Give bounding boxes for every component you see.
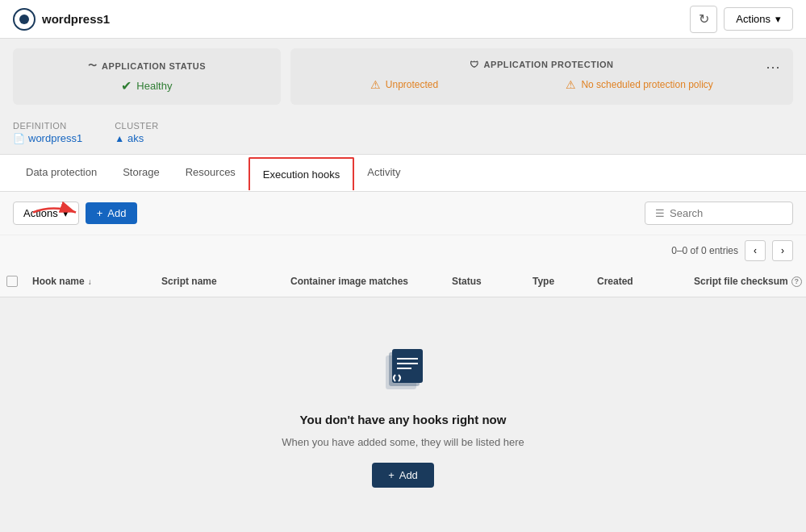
healthy-label: Healthy [136, 80, 172, 92]
definition-icon: 📄 [13, 133, 25, 144]
definition-value[interactable]: wordpress1 [28, 132, 82, 144]
empty-title: You don't have any hooks right now [300, 413, 507, 426]
cluster-meta: Cluster ▲ aks [115, 121, 158, 144]
healthy-badge: ✔ Healthy [121, 78, 172, 94]
search-box: ☰ [645, 202, 793, 225]
table-header: Hook name ↓ Script name Container image … [0, 266, 806, 297]
toolbar: Actions ▾ + Add ☰ [0, 192, 806, 235]
empty-add-label: Add [399, 469, 418, 481]
definition-label: Definition [13, 121, 82, 131]
top-actions-label: Actions [736, 13, 771, 25]
tab-storage[interactable]: Storage [110, 155, 173, 191]
definition-value-container: 📄 wordpress1 [13, 132, 82, 144]
protection-items: ⚠ Unprotected ⚠ No scheduled protection … [307, 78, 777, 91]
refresh-button[interactable]: ↻ [690, 6, 717, 33]
next-page-button[interactable]: › [772, 240, 793, 261]
definition-meta: Definition 📄 wordpress1 [13, 121, 82, 144]
empty-icon [379, 346, 428, 403]
app-title: wordpress1 [42, 12, 110, 26]
unprotected-item: ⚠ Unprotected [370, 78, 438, 91]
top-bar: wordpress1 ↻ Actions ▾ [0, 0, 806, 39]
empty-state: You don't have any hooks right now When … [0, 297, 806, 532]
add-button[interactable]: + Add [86, 202, 138, 224]
arrow-indicator [29, 200, 81, 227]
toolbar-left: Actions ▾ + Add [13, 202, 137, 225]
tab-execution-hooks[interactable]: Execution hooks [248, 157, 354, 190]
svg-point-1 [19, 15, 29, 24]
col-hook-name[interactable]: Hook name ↓ [26, 272, 155, 290]
cluster-label: Cluster [115, 121, 158, 131]
tab-resources[interactable]: Resources [173, 155, 248, 191]
meta-row: Definition 📄 wordpress1 Cluster ▲ aks [0, 114, 806, 155]
app-logo-icon [13, 8, 35, 31]
col-hook-name-label: Hook name [32, 276, 85, 287]
more-options-button[interactable]: ⋯ [761, 56, 785, 77]
tabs-row: Data protection Storage Resources Execut… [0, 155, 806, 192]
col-script-name-label: Script name [161, 276, 217, 287]
warning-icon: ⚠ [370, 78, 381, 91]
empty-add-button[interactable]: + Add [372, 463, 434, 488]
warning-icon-2: ⚠ [566, 78, 576, 91]
empty-subtitle: When you have added some, they will be l… [282, 436, 524, 448]
pagination-range: 0–0 of 0 entries [671, 245, 738, 256]
cluster-value-container: ▲ aks [115, 132, 158, 144]
hooks-empty-svg [379, 346, 428, 394]
col-created-label: Created [597, 276, 633, 287]
search-icon: ☰ [655, 207, 665, 219]
pagination-row: 0–0 of 0 entries ‹ › [0, 235, 806, 266]
cluster-icon: ▲ [115, 133, 124, 144]
add-button-wrapper: + Add [86, 202, 138, 224]
search-input[interactable] [670, 207, 783, 219]
status-cards: 〜 APPLICATION STATUS ✔ Healthy 🛡 APPLICA… [0, 39, 806, 114]
protection-title: 🛡 APPLICATION PROTECTION [470, 60, 614, 69]
app-name-container: wordpress1 [13, 8, 110, 31]
table-select-all [0, 272, 26, 290]
pulse-icon: 〜 [88, 60, 98, 72]
col-type[interactable]: Type [526, 272, 591, 290]
no-schedule-item: ⚠ No scheduled protection policy [566, 78, 712, 91]
col-script-name[interactable]: Script name [155, 272, 284, 290]
app-protection-card: 🛡 APPLICATION PROTECTION ⚠ Unprotected ⚠… [290, 48, 793, 105]
info-icon: ? [791, 276, 802, 287]
col-created[interactable]: Created [591, 272, 687, 290]
cluster-value[interactable]: aks [127, 132, 144, 144]
tab-data-protection[interactable]: Data protection [13, 155, 110, 191]
col-status-label: Status [452, 276, 482, 287]
col-container-image-label: Container image matches [290, 276, 408, 287]
tab-activity[interactable]: Activity [354, 155, 413, 191]
col-checksum-label: Script file checksum [694, 276, 788, 287]
select-all-checkbox[interactable] [6, 276, 18, 287]
top-actions: ↻ Actions ▾ [690, 6, 793, 33]
add-label: Add [107, 207, 126, 219]
col-checksum[interactable]: Script file checksum ? [687, 272, 806, 290]
prev-page-button[interactable]: ‹ [745, 240, 766, 261]
svg-rect-5 [392, 349, 423, 383]
empty-plus-icon: + [388, 469, 395, 481]
chevron-down-icon: ▾ [775, 13, 781, 25]
top-actions-button[interactable]: Actions ▾ [724, 7, 793, 31]
app-status-title: 〜 APPLICATION STATUS [88, 60, 207, 72]
checkmark-icon: ✔ [121, 78, 132, 94]
col-type-label: Type [532, 276, 554, 287]
shield-icon: 🛡 [470, 60, 479, 69]
sort-icon: ↓ [88, 277, 92, 286]
app-status-card: 〜 APPLICATION STATUS ✔ Healthy [13, 48, 281, 105]
col-status[interactable]: Status [445, 272, 526, 290]
plus-icon: + [97, 207, 103, 219]
col-container-image[interactable]: Container image matches [284, 272, 445, 290]
